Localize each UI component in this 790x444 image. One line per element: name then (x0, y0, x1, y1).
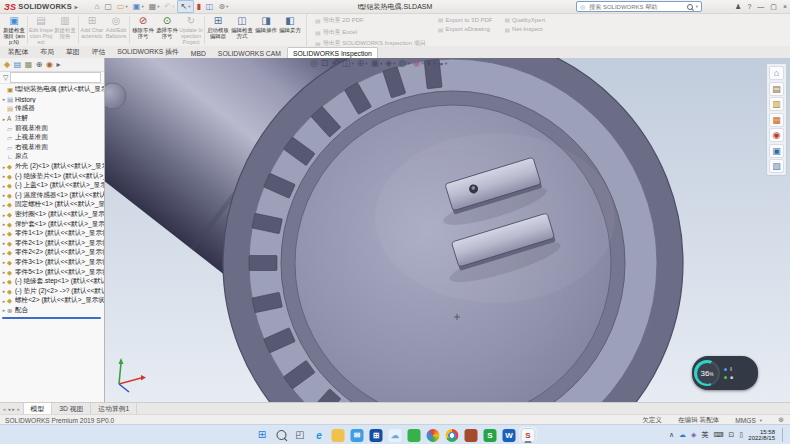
onedrive-tray-icon[interactable]: ☁ (679, 431, 686, 439)
print-icon[interactable]: ▦▾ (146, 1, 162, 12)
edge-icon[interactable]: e (311, 427, 328, 443)
tree-item[interactable]: ▸◆螺栓<2> (默认<<默认>_显示状态 (0, 296, 104, 306)
net-inspect[interactable]: ▤Net-Inspect (504, 26, 545, 33)
view-orientation-icon[interactable]: ▣▾ (371, 58, 383, 68)
pause-button[interactable]: ‖ (724, 367, 733, 372)
tree-item[interactable]: ▸◆固定螺栓<1> (默认<<默认>_显示 (0, 200, 104, 210)
store-icon[interactable]: ⊞ (368, 427, 385, 443)
edit-operations-button[interactable]: ◨编辑操作 (254, 14, 278, 46)
tree-item[interactable]: ▸◆(-) 温度传感器<1> (默认<<默认>_ (0, 191, 104, 201)
tree-item[interactable]: ▸◆密封圈<1> (默认<<默认>_显示状 (0, 210, 104, 220)
export-3d-pdf[interactable]: ▤Export to 3D PDF (438, 16, 493, 23)
configurationmanager-tab-icon[interactable]: ▦ (25, 59, 33, 70)
previous-view-icon[interactable]: ↶ (331, 58, 339, 68)
green-app-icon[interactable] (406, 427, 423, 443)
tab-nav-icon[interactable]: « (3, 406, 6, 412)
propertymanager-tab-icon[interactable]: ▤ (14, 59, 22, 70)
search-icon[interactable] (687, 4, 693, 10)
mail-icon[interactable]: ✉ (349, 427, 366, 443)
3d-model-view[interactable] (105, 58, 790, 402)
appearances-icon[interactable]: ◉ (769, 128, 784, 142)
chrome-icon[interactable] (444, 427, 461, 443)
status-options-icon[interactable]: ⊛ (778, 416, 784, 424)
edit-inspection-project-button[interactable]: ▤Edit Inspection Project (29, 14, 53, 46)
tree-item[interactable]: ▸◆零件5<1> (默认<<默认>_显示状 (0, 267, 104, 277)
display-tray-icon[interactable]: ⊡ (729, 431, 735, 439)
export-2d-pdf[interactable]: ▤导出至 2D PDF (315, 16, 426, 25)
tab-nav-icon[interactable]: ▸ (12, 406, 15, 412)
security-tray-icon[interactable]: ◈ (691, 431, 696, 439)
red-app-icon[interactable] (463, 427, 480, 443)
tab-solidworks-插件[interactable]: SOLIDWORKS 插件 (111, 44, 185, 58)
tab-评估[interactable]: 评估 (86, 44, 112, 58)
qualityxpert[interactable]: ▤QualityXpert (504, 16, 545, 23)
tree-item[interactable]: ▱上视基准面 (0, 133, 104, 143)
hide-show-items-icon[interactable]: ◍▾ (399, 58, 410, 68)
search-input[interactable] (587, 3, 684, 11)
search-caret-icon[interactable]: ▾ (696, 4, 698, 9)
tab-nav-icon[interactable]: ◂ (8, 406, 11, 412)
filter-funnel-icon[interactable]: ▽ (3, 74, 8, 82)
display-style-icon[interactable]: ◈▾ (385, 58, 395, 68)
tray-expand-icon[interactable]: ∧ (669, 431, 674, 439)
tab-overflow-icon[interactable]: ▸ (56, 59, 60, 70)
tree-item[interactable]: ▸◆零件2<1> (默认<<默认>_显示状 (0, 239, 104, 249)
featuremanager-tab-icon[interactable]: ◆ (4, 59, 10, 70)
tree-item[interactable]: ▱右视基准面 (0, 143, 104, 153)
help-search[interactable]: ◎ ▾ (576, 1, 702, 12)
undo-icon[interactable]: ↶▾ (162, 1, 177, 12)
ime-icon[interactable]: ⌨ (713, 431, 723, 439)
zoom-fit-icon[interactable]: ◎ (310, 58, 318, 68)
graphics-area[interactable]: ◎⊡↶◫▾⊕▾▣▾◈▾◍▾◉▾◐▾◒▾ ⌂▤▥▦◉▣▧ 36 % ‖■ (105, 58, 790, 402)
start-button[interactable]: ⊞ (254, 427, 271, 443)
word-icon[interactable]: W (501, 427, 518, 443)
dynamic-annotation-icon[interactable]: ⊕▾ (357, 58, 368, 68)
tree-item[interactable]: ▸A注解 (0, 114, 104, 124)
tab-solidworks-inspection[interactable]: SOLIDWORKS Inspection (287, 47, 378, 58)
dimxpert-tab-icon[interactable]: ⊕ (36, 59, 43, 70)
view-settings-icon[interactable]: ◒▾ (438, 58, 447, 68)
filter-input[interactable] (10, 72, 101, 83)
tab-solidworks-cam[interactable]: SOLIDWORKS CAM (212, 47, 287, 58)
taskbar-clock[interactable]: 15:58 2022/8/15 (748, 429, 775, 442)
tab-装配体[interactable]: 装配体 (2, 44, 34, 58)
add-characteristic-button[interactable]: ⊞Add Characteristic (80, 14, 104, 46)
remove-balloons-button[interactable]: ⊘移除零件序号 (131, 14, 155, 46)
recorder-widget[interactable]: 36 % ‖■ (692, 356, 758, 390)
open-icon[interactable]: ▭▾ (114, 1, 130, 12)
tree-item[interactable]: ▸◆(-) 绝缘套.step<1> (默认<<默认>_ (0, 277, 104, 287)
add-edit-balloons-button[interactable]: ◎Add/Edit Balloons (104, 14, 128, 46)
launch-template-editor-button[interactable]: ⊞启动模板编辑器 (206, 14, 230, 46)
tree-item[interactable]: ▸◆保护套<1> (默认<<默认>_显示状 (0, 219, 104, 229)
tree-item[interactable]: ▸◆(-) 绝缘垫片<1> (默认<<默认>_显 (0, 171, 104, 181)
stop-button[interactable]: ■ (724, 375, 733, 380)
solidworks-taskbar-icon[interactable]: S (520, 427, 537, 443)
section-view-icon[interactable]: ◫▾ (342, 58, 354, 68)
search-button[interactable] (273, 427, 290, 443)
select-icon[interactable]: ↖▾ (177, 0, 194, 13)
wps-icon[interactable]: S (482, 427, 499, 443)
close-icon[interactable]: × (783, 0, 787, 13)
battery-tray-icon[interactable]: ▯ (739, 431, 743, 439)
tab-草图[interactable]: 草图 (60, 44, 86, 58)
new-inspection-report-button[interactable]: ▥新建检查报告 (53, 14, 77, 46)
file-explorer-icon[interactable] (330, 427, 347, 443)
tab-mbd[interactable]: MBD (185, 47, 212, 58)
tree-item[interactable]: ▸◆(-) 垫片 (2)<2> ->? (默认<<默认 (0, 286, 104, 296)
tree-item[interactable]: ▸⊚配合 (0, 306, 104, 316)
onedrive-icon[interactable]: ☁ (387, 427, 404, 443)
show-desktop-button[interactable] (782, 428, 786, 442)
tree-item[interactable]: ▣t型铠装热电偶 (默认<默认_显示状态-1 (0, 85, 104, 95)
tree-item[interactable]: ▸◆零件3<1> (默认<<默认>_显示状 (0, 258, 104, 268)
edit-appearance-icon[interactable]: ◉▾ (413, 58, 424, 68)
export-edrawing[interactable]: ▤Export eDrawing (438, 26, 493, 33)
file-explorer-pane-icon[interactable]: ▥ (769, 97, 784, 111)
edit-vendors-button[interactable]: ◧编辑卖方 (278, 14, 302, 46)
tab-nav-icon[interactable]: » (17, 406, 20, 412)
view-palette-icon[interactable]: ▦ (769, 113, 784, 127)
edit-methods-button[interactable]: ◫编辑检查方式 (230, 14, 254, 46)
export-excel[interactable]: ▤导出至 Excel (315, 28, 426, 37)
update-inspection-project-button[interactable]: ↻Update Inspection Project (179, 14, 203, 46)
user-icon[interactable]: ♟ (735, 0, 741, 13)
design-library-icon[interactable]: ▤ (769, 82, 784, 96)
